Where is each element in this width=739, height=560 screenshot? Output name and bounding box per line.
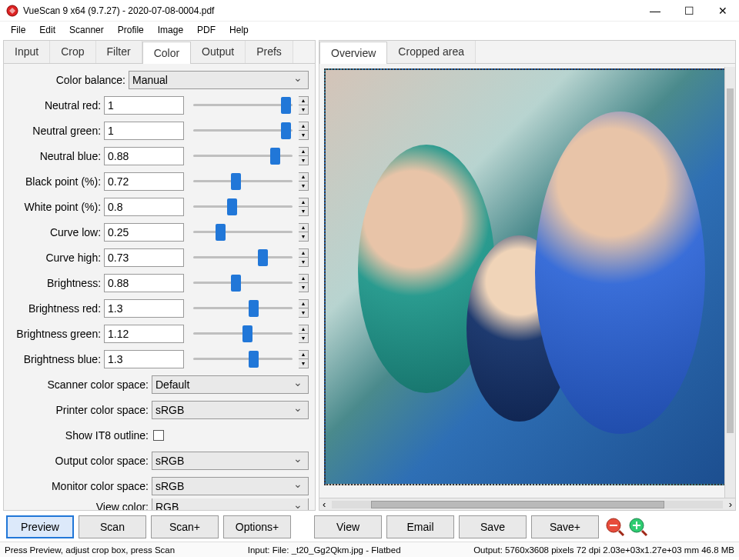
black-point-spinner[interactable]: ▲▼ bbox=[299, 172, 309, 191]
scan-button[interactable]: Scan bbox=[79, 515, 146, 538]
minimize-button[interactable]: — bbox=[645, 5, 665, 17]
save-button[interactable]: Save bbox=[459, 515, 527, 538]
preview-hscrollbar[interactable] bbox=[319, 498, 735, 510]
brightness-red-spinner[interactable]: ▲▼ bbox=[299, 299, 309, 318]
show-it8-checkbox[interactable] bbox=[153, 430, 164, 441]
brightness-green-spinner[interactable]: ▲▼ bbox=[299, 325, 309, 343]
preview-panel: Overview Cropped area bbox=[319, 40, 736, 511]
color-balance-select[interactable] bbox=[129, 71, 309, 89]
preview-image[interactable] bbox=[324, 68, 731, 485]
brightness-green-input[interactable] bbox=[104, 325, 184, 343]
status-left: Press Preview, adjust crop box, press Sc… bbox=[5, 545, 175, 555]
svg-rect-2 bbox=[610, 525, 617, 526]
scanner-cs-label: Scanner color space: bbox=[5, 378, 152, 391]
save-plus-button[interactable]: Save+ bbox=[531, 515, 599, 538]
curve-low-input[interactable] bbox=[104, 223, 184, 242]
brightness-red-input[interactable] bbox=[104, 299, 184, 318]
brightness-green-slider[interactable] bbox=[193, 332, 293, 335]
brightness-input[interactable] bbox=[104, 274, 184, 292]
brightness-blue-slider[interactable] bbox=[193, 358, 293, 360]
neutral-blue-input[interactable] bbox=[104, 147, 184, 165]
tab-output[interactable]: Output bbox=[191, 41, 246, 63]
neutral-red-input[interactable] bbox=[104, 96, 184, 115]
white-point-slider[interactable] bbox=[193, 205, 293, 208]
zoom-in-icon[interactable] bbox=[628, 517, 648, 537]
menu-image[interactable]: Image bbox=[152, 23, 189, 37]
neutral-blue-slider[interactable] bbox=[193, 155, 293, 157]
curve-low-label: Curve low: bbox=[5, 226, 104, 238]
svg-line-3 bbox=[619, 531, 624, 535]
curve-low-spinner[interactable]: ▲▼ bbox=[299, 223, 309, 242]
scan-plus-button[interactable]: Scan+ bbox=[151, 515, 219, 538]
preview-button[interactable]: Preview bbox=[6, 515, 74, 538]
status-right: Output: 5760x3608 pixels 72 dpi 2.03e+03… bbox=[473, 545, 734, 555]
brightness-spinner[interactable]: ▲▼ bbox=[299, 274, 309, 292]
curve-high-label: Curve high: bbox=[5, 252, 104, 264]
curve-high-input[interactable] bbox=[104, 248, 184, 267]
brightness-red-slider[interactable] bbox=[193, 307, 293, 309]
brightness-blue-label: Brightness blue: bbox=[5, 353, 104, 365]
neutral-blue-label: Neutral blue: bbox=[5, 150, 104, 162]
settings-body: Color balance: Neutral red: ▲▼ Neutral g… bbox=[4, 64, 315, 510]
menu-edit[interactable]: Edit bbox=[33, 23, 62, 37]
white-point-spinner[interactable]: ▲▼ bbox=[299, 198, 309, 216]
monitor-cs-label: Monitor color space: bbox=[5, 480, 152, 492]
black-point-slider[interactable] bbox=[193, 180, 293, 182]
statusbar: Press Preview, adjust crop box, press Sc… bbox=[0, 542, 739, 557]
menu-file[interactable]: File bbox=[5, 23, 32, 37]
tab-overview[interactable]: Overview bbox=[319, 42, 387, 64]
menu-pdf[interactable]: PDF bbox=[191, 23, 222, 37]
menu-scanner[interactable]: Scanner bbox=[63, 23, 110, 37]
menubar: File Edit Scanner Profile Image PDF Help bbox=[0, 22, 739, 38]
email-button[interactable]: Email bbox=[386, 515, 454, 538]
titlebar: VueScan 9 x64 (9.7.27) - 2020-07-08-0004… bbox=[0, 0, 739, 22]
white-point-input[interactable] bbox=[104, 198, 184, 216]
preview-vscrollbar[interactable] bbox=[724, 67, 735, 498]
svg-rect-6 bbox=[636, 522, 637, 529]
black-point-label: Black point (%): bbox=[5, 175, 104, 188]
maximize-button[interactable]: ☐ bbox=[679, 5, 699, 17]
neutral-red-label: Neutral red: bbox=[5, 99, 104, 112]
neutral-green-spinner[interactable]: ▲▼ bbox=[299, 122, 309, 140]
zoom-out-icon[interactable] bbox=[605, 517, 625, 537]
printer-cs-select[interactable] bbox=[152, 401, 309, 419]
brightness-green-label: Brightness green: bbox=[5, 328, 104, 340]
black-point-input[interactable] bbox=[104, 172, 184, 191]
neutral-red-spinner[interactable]: ▲▼ bbox=[299, 96, 309, 115]
menu-profile[interactable]: Profile bbox=[112, 23, 150, 37]
tab-cropped-area[interactable]: Cropped area bbox=[387, 41, 476, 63]
brightness-blue-spinner[interactable]: ▲▼ bbox=[299, 350, 309, 368]
brightness-slider[interactable] bbox=[193, 282, 293, 284]
neutral-green-input[interactable] bbox=[104, 122, 184, 140]
tab-input[interactable]: Input bbox=[4, 41, 50, 63]
app-icon bbox=[6, 5, 18, 17]
tab-prefs[interactable]: Prefs bbox=[246, 41, 293, 63]
printer-cs-label: Printer color space: bbox=[5, 404, 152, 416]
neutral-blue-spinner[interactable]: ▲▼ bbox=[299, 147, 309, 165]
curve-low-slider[interactable] bbox=[193, 231, 293, 233]
window-title: VueScan 9 x64 (9.7.27) - 2020-07-08-0004… bbox=[23, 5, 645, 16]
curve-high-slider[interactable] bbox=[193, 256, 293, 258]
tab-crop[interactable]: Crop bbox=[50, 41, 95, 63]
neutral-green-slider[interactable] bbox=[193, 129, 293, 132]
curve-high-spinner[interactable]: ▲▼ bbox=[299, 248, 309, 267]
tab-color[interactable]: Color bbox=[142, 42, 191, 64]
brightness-blue-input[interactable] bbox=[104, 350, 184, 368]
status-center: Input: File: _t20_Gg2Qkm.jpg - Flatbed bbox=[175, 545, 473, 555]
neutral-red-slider[interactable] bbox=[193, 104, 293, 106]
neutral-green-label: Neutral green: bbox=[5, 125, 104, 137]
close-button[interactable]: ✕ bbox=[713, 5, 733, 17]
monitor-cs-select[interactable] bbox=[152, 477, 309, 495]
tab-filter[interactable]: Filter bbox=[96, 41, 142, 63]
color-balance-label: Color balance: bbox=[5, 74, 129, 86]
preview-tabs: Overview Cropped area bbox=[319, 41, 735, 64]
action-buttons: Preview Scan Scan+ Options+ View Email S… bbox=[0, 512, 739, 542]
view-color-select[interactable] bbox=[152, 498, 309, 510]
options-plus-button[interactable]: Options+ bbox=[223, 515, 291, 538]
view-button[interactable]: View bbox=[314, 515, 382, 538]
show-it8-label: Show IT8 outline: bbox=[5, 429, 152, 442]
output-cs-select[interactable] bbox=[152, 452, 309, 470]
scanner-cs-select[interactable] bbox=[152, 375, 309, 394]
output-cs-label: Output color space: bbox=[5, 455, 152, 467]
menu-help[interactable]: Help bbox=[223, 23, 255, 37]
